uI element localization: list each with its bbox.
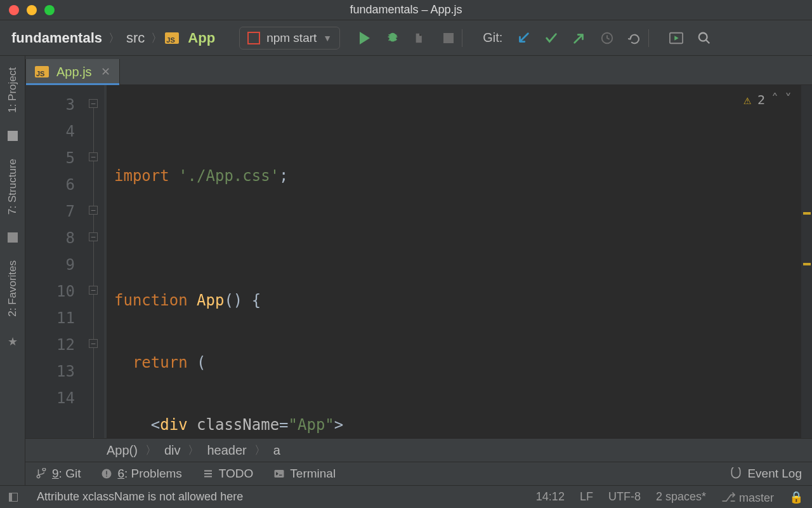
fold-toggle[interactable]: – [89, 206, 98, 215]
line-number: 11 [25, 305, 75, 331]
line-number: 14 [25, 385, 75, 411]
code-breadcrumb: App() 〉 div 〉 header 〉 a [25, 438, 812, 462]
svg-point-2 [699, 32, 707, 41]
svg-rect-4 [107, 471, 108, 475]
line-number: 3– [25, 91, 75, 118]
tool-git[interactable]: 9: Git [36, 467, 81, 481]
status-branch[interactable]: ⎇ master [721, 490, 774, 505]
run-coverage-button[interactable] [414, 31, 428, 45]
error-stripe[interactable] [801, 85, 812, 438]
tab-app-js[interactable]: JS App.js ✕ [25, 59, 120, 84]
git-update-button[interactable] [516, 31, 530, 45]
indent-guide [93, 100, 94, 438]
status-eol[interactable]: LF [580, 490, 593, 504]
breadcrumb-file[interactable]: App [184, 29, 219, 48]
breadcrumb-src[interactable]: src [122, 29, 148, 48]
git-rollback-button[interactable] [628, 31, 642, 45]
titlebar: fundamentals – App.js [0, 0, 812, 20]
zoom-window-button[interactable] [44, 5, 55, 15]
run-button[interactable] [358, 31, 372, 45]
fold-toggle[interactable]: – [89, 152, 98, 161]
stop-button[interactable] [442, 31, 455, 45]
warning-marker[interactable] [803, 263, 811, 265]
run-anything-button[interactable] [669, 31, 683, 45]
line-number: 4 [25, 118, 75, 145]
crumb-item[interactable]: div [164, 443, 181, 458]
tool-favorites[interactable]: 2: Favorites [6, 260, 19, 317]
run-config-selector[interactable]: npm start ▼ [239, 27, 340, 50]
editor: 3– 4 5– 6 7– 8– 9 10– 11 12– 13 14 ⚠ 2 ˄… [25, 85, 812, 438]
fold-toggle[interactable]: – [89, 99, 98, 108]
warning-icon [101, 468, 112, 479]
line-number: 8– [25, 225, 75, 251]
crumb-item[interactable]: header [207, 443, 246, 458]
js-file-icon: JS [35, 66, 49, 77]
navigation-toolbar: fundamentals 〉 src 〉 JS App npm start ▼ … [0, 20, 812, 56]
star-icon: ★ [8, 335, 18, 345]
structure-icon [8, 232, 18, 243]
warning-icon: ⚠ [743, 92, 751, 107]
tool-problems[interactable]: 6: Problems [101, 467, 181, 481]
status-caret-pos[interactable]: 14:12 [536, 490, 565, 504]
tool-event-log[interactable]: Event Log [730, 467, 802, 481]
fold-toggle[interactable]: – [89, 339, 98, 348]
status-branch-label: master [739, 491, 774, 504]
branch-icon: ⎇ [721, 490, 736, 504]
chevron-down-icon[interactable]: ˅ [785, 91, 792, 107]
git-push-button[interactable] [572, 31, 586, 45]
panel-toggle-icon[interactable] [9, 493, 18, 502]
list-icon [202, 468, 214, 479]
git-label: Git: [483, 30, 502, 45]
tool-todo[interactable]: TODO [202, 467, 254, 481]
inspection-widget[interactable]: ⚠ 2 ˄ ˅ [743, 91, 792, 107]
fold-toggle[interactable]: – [89, 232, 98, 241]
crumb-item[interactable]: App() [107, 443, 138, 458]
minimize-window-button[interactable] [27, 5, 37, 15]
toolbar-separator [462, 29, 462, 47]
tool-structure-label: 7: Structure [6, 159, 19, 215]
line-number: 12– [25, 331, 75, 358]
breadcrumb-root[interactable]: fundamentals [8, 29, 106, 48]
traffic-lights [9, 5, 55, 15]
close-tab-icon[interactable]: ✕ [101, 65, 110, 79]
git-commit-button[interactable] [544, 31, 558, 45]
file-breadcrumb: fundamentals 〉 src 〉 JS App [8, 29, 219, 48]
tool-project[interactable]: 1: Project [6, 67, 19, 113]
git-actions: Git: [483, 30, 642, 45]
status-encoding[interactable]: UTF-8 [608, 490, 641, 504]
tool-favorites-label: 2: Favorites [6, 260, 19, 317]
chevron-right-icon: 〉 [188, 443, 199, 458]
code-area[interactable]: ⚠ 2 ˄ ˅ import './App.css'; function App… [107, 85, 801, 438]
line-gutter[interactable]: 3– 4 5– 6 7– 8– 9 10– 11 12– 13 14 [25, 85, 107, 438]
tool-structure[interactable]: 7: Structure [6, 159, 19, 215]
line-number: 13 [25, 358, 75, 385]
chevron-right-icon: 〉 [151, 30, 162, 46]
branch-icon [36, 468, 47, 479]
folder-icon [8, 131, 18, 141]
search-everywhere-button[interactable] [697, 31, 711, 45]
debug-button[interactable] [386, 31, 400, 45]
warning-marker[interactable] [803, 212, 811, 215]
line-number: 10– [25, 278, 75, 305]
close-window-button[interactable] [9, 5, 19, 15]
tool-terminal[interactable]: Terminal [273, 467, 336, 481]
fold-toggle[interactable]: – [89, 286, 98, 295]
svg-rect-6 [275, 470, 284, 478]
chevron-right-icon: 〉 [108, 30, 120, 46]
tool-event-log-label: Event Log [747, 467, 802, 481]
status-message: Attribute xclassName is not allowed here [37, 490, 243, 504]
line-number: 6 [25, 171, 75, 198]
event-log-icon [730, 467, 742, 480]
git-history-button[interactable] [600, 31, 614, 45]
chevron-right-icon: 〉 [145, 443, 157, 458]
status-indent[interactable]: 2 spaces* [656, 490, 706, 504]
crumb-item[interactable]: a [273, 443, 280, 458]
line-number: 9 [25, 251, 75, 278]
chevron-down-icon: ▼ [323, 33, 332, 43]
bottom-tool-buttons: 9: Git 6: Problems TODO Terminal Event L… [25, 462, 812, 485]
line-number: 7– [25, 198, 75, 225]
lock-icon[interactable]: 🔒 [789, 490, 803, 504]
tab-label: App.js [56, 65, 92, 79]
toolbar-separator [648, 29, 649, 47]
chevron-up-icon[interactable]: ˄ [771, 91, 778, 107]
